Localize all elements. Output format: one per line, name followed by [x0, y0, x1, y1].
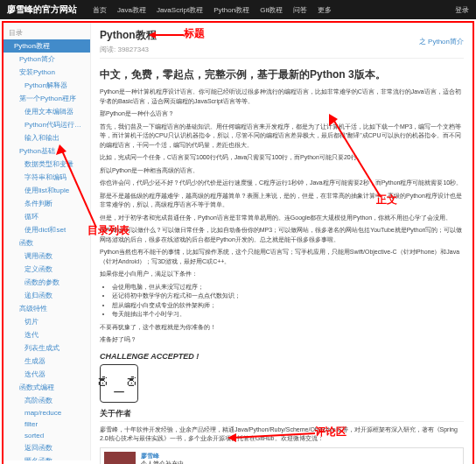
sidebar-item[interactable]: 第一个Python程序 — [4, 92, 90, 105]
sidebar-item[interactable]: 使用dict和set — [4, 223, 90, 236]
para: 用Python可以做什么？可以做日常任务，比如自动备份你的MP3；可以做网站，很… — [100, 226, 464, 244]
para: 那是不是越低级的程序越难学，越高级的程序越简单？表面上来说，是的，但是，在非常高… — [100, 192, 464, 210]
sidebar-item[interactable]: 高级特性 — [4, 302, 90, 315]
list-item: 想从编程小白变成专业的软件架构师； — [112, 301, 464, 311]
top-navbar: 廖雪峰的官方网站 首页 Java教程 JavaScript教程 Python教程… — [0, 0, 476, 19]
nav-home[interactable]: 首页 — [93, 5, 107, 15]
nav-java[interactable]: Java教程 — [117, 5, 146, 15]
nav-js[interactable]: JavaScript教程 — [157, 5, 203, 15]
sidebar-item[interactable]: 函数的参数 — [4, 276, 90, 289]
para: 但是，对于初学者和完成普通任务，Python语言是非常简单易用的。连Google… — [100, 214, 464, 223]
sidebar-item[interactable]: 函数式编程 — [4, 381, 90, 394]
sidebar-item[interactable]: 定义函数 — [4, 263, 90, 276]
sidebar-item[interactable]: 调用函数 — [4, 250, 90, 263]
sidebar-item[interactable]: Python代码运行助手 — [4, 118, 90, 131]
sidebar-item[interactable]: Python基础 — [4, 144, 90, 158]
nav-more[interactable]: 更多 — [318, 5, 332, 15]
read-count: 阅读: 39827343 — [100, 45, 157, 54]
article-h1: 中文，免费，零起点，完整示例，基于最新的Python 3版本。 — [100, 67, 464, 82]
sidebar-item[interactable]: 列表生成式 — [4, 341, 90, 355]
site-brand[interactable]: 廖雪峰的官方网站 — [7, 4, 77, 16]
challenge-text: CHALLENGE ACCEPTED ! — [100, 352, 464, 361]
bullet-list: 会使用电脑，但从来没写过程序； 还记得初中数学学的方程式和一点点代数知识； 想从… — [112, 283, 464, 320]
sidebar-item[interactable]: 迭代器 — [4, 368, 90, 381]
sidebar-item[interactable]: map/reduce — [4, 407, 90, 418]
sidebar-item[interactable]: 使用list和tuple — [4, 184, 90, 197]
main-container: 目录 Python教程Python简介安装PythonPython解释器第一个P… — [2, 21, 474, 464]
author-heading: 关于作者 — [100, 408, 464, 422]
para: 准备好了吗？ — [100, 335, 464, 345]
content-area: Python教程 阅读: 39827343 之 Python简介 中文，免费，零… — [91, 23, 472, 464]
sidebar-item[interactable]: 切片 — [4, 315, 90, 328]
sidebar-item[interactable]: 匿名函数 — [4, 454, 90, 460]
author-name[interactable]: 廖雪峰 — [141, 452, 459, 460]
next-link-top[interactable]: 之 Python简介 — [419, 37, 464, 46]
sidebar-item[interactable]: 输入和输出 — [4, 131, 90, 144]
nav-login[interactable]: 登录 — [455, 5, 469, 15]
sidebar-item[interactable]: 高阶函数 — [4, 394, 90, 407]
sidebar-item[interactable]: Python教程 — [4, 39, 90, 53]
sidebar-item[interactable]: 递归函数 — [4, 289, 90, 302]
list-item: 每天能抽出半个小时学习。 — [112, 310, 464, 320]
sidebar-heading: 目录 — [4, 26, 90, 39]
sidebar-toc: 目录 Python教程Python简介安装PythonPython解释器第一个P… — [4, 23, 91, 460]
list-item: 会使用电脑，但从来没写过程序； — [112, 283, 464, 292]
sidebar-item[interactable]: 安装Python — [4, 66, 90, 79]
author-meta: 个人简介补充中 — [141, 460, 459, 464]
sidebar-item[interactable]: 循环 — [4, 210, 90, 223]
sidebar-item[interactable]: 条件判断 — [4, 197, 90, 210]
author-section: 关于作者 廖雪峰，十年软件开发经验，业余产品经理，精通Java/Python/R… — [100, 408, 464, 465]
list-item: 还记得初中数学学的方程式和一点点代数知识； — [112, 292, 464, 301]
sidebar-item[interactable]: 字符串和编码 — [4, 171, 90, 184]
sidebar-item[interactable]: filter — [4, 418, 90, 430]
nav-python[interactable]: Python教程 — [214, 5, 249, 15]
sidebar-item[interactable]: 返回函数 — [4, 441, 90, 454]
author-desc: 廖雪峰，十年软件开发经验，业余产品经理，精通Java/Python/Ruby/S… — [100, 425, 464, 444]
para: 你也许会问，代码少还不好？代码少的代价是运行速度慢，C程序运行1秒钟，Java程… — [100, 179, 464, 188]
challenge-face-icon: ಠ_ಠ — [100, 364, 138, 403]
sidebar-item[interactable]: Python简介 — [4, 53, 90, 66]
para: 不要再犹豫了，这个教程就是为你准备的！ — [100, 323, 464, 333]
para: 那Python是一种什么语言？ — [100, 109, 464, 119]
para: 比如，完成同一个任务，C语言要写1000行代码，Java只需要写100行，而Py… — [100, 153, 464, 163]
nav-git[interactable]: Git教程 — [260, 5, 283, 15]
page-title: Python教程 — [100, 28, 157, 43]
author-card: 廖雪峰 个人简介补充中 weibo.com/liaoxuefeng — [100, 447, 464, 465]
para: Python是一种计算机程序设计语言。你可能已经听说过很多种流行的编程语言，比如… — [100, 88, 464, 106]
author-avatar — [104, 452, 136, 465]
sidebar-item[interactable]: sorted — [4, 430, 90, 441]
sidebar-item[interactable]: 数据类型和变量 — [4, 158, 90, 171]
para: 首先，我们普及一下编程语言的基础知识。用任何编程语言来开发程序，都是为了让计算机… — [100, 123, 464, 151]
sidebar-item[interactable]: 使用文本编辑器 — [4, 105, 90, 118]
sidebar-item[interactable]: 迭代 — [4, 328, 90, 341]
nav-qa[interactable]: 问答 — [293, 5, 307, 15]
sidebar-item[interactable]: Python解释器 — [4, 79, 90, 92]
para: 所以Python是一种相当高级的语言。 — [100, 166, 464, 176]
sidebar-item[interactable]: 函数 — [4, 236, 90, 250]
sidebar-item[interactable]: 生成器 — [4, 355, 90, 368]
para: 如果你是小白用户，满足以下条件： — [100, 270, 464, 279]
para: Python当然也有不能干的事情，比如写操作系统，这个只能用C语言写；写手机应用… — [100, 248, 464, 266]
